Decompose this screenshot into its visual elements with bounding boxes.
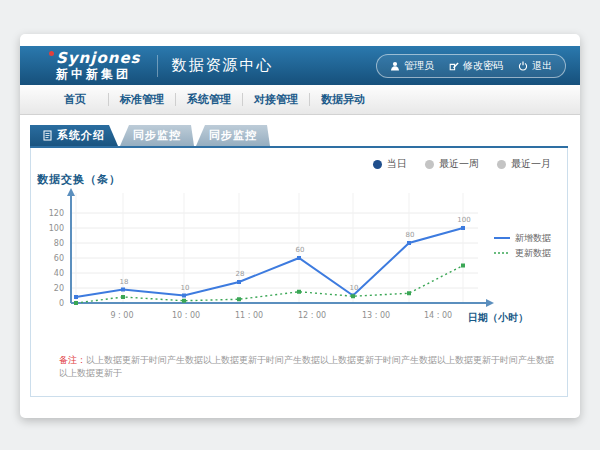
logout-label: 退出 <box>532 59 552 73</box>
logo-red-dot-icon <box>49 51 54 56</box>
app-title: 数据资源中心 <box>172 56 274 75</box>
admin-user-label: 管理员 <box>404 59 434 73</box>
svg-text:更新数据: 更新数据 <box>515 248 551 258</box>
svg-text:新增数据: 新增数据 <box>515 233 551 243</box>
svg-text:0: 0 <box>59 299 64 308</box>
user-actions: 管理员 修改密码 退出 <box>376 54 566 78</box>
nav-item-standard-mgmt[interactable]: 标准管理 <box>109 92 175 107</box>
brand-logo: Synjones 新中新集团 <box>56 51 141 80</box>
logout-button[interactable]: 退出 <box>518 59 552 73</box>
nav-item-home[interactable]: 首页 <box>42 92 108 107</box>
tab-sync-monitor-2[interactable]: 同步监控 <box>196 125 270 146</box>
nav-item-interface-mgmt[interactable]: 对接管理 <box>243 92 309 107</box>
svg-text:12 : 00: 12 : 00 <box>298 311 326 320</box>
nav-item-system-mgmt[interactable]: 系统管理 <box>176 92 242 107</box>
header-divider <box>157 55 158 77</box>
content-panel: 当日 最近一周 最近一月 数据交换（条） 0204060801001209 : … <box>30 148 568 397</box>
footnote: 备注：以上数据更新于时间产生数据以上数据更新于时间产生数据以上数据更新于时间产生… <box>59 354 559 379</box>
svg-text:40: 40 <box>54 269 64 278</box>
tab-label: 同步监控 <box>209 128 257 143</box>
svg-text:10: 10 <box>350 284 359 292</box>
nav-item-data-change[interactable]: 数据异动 <box>310 92 376 107</box>
app-header: Synjones 新中新集团 数据资源中心 管理员 修改密码 <box>20 46 580 85</box>
change-password-label: 修改密码 <box>463 59 503 73</box>
footnote-text: 以上数据更新于时间产生数据以上数据更新于时间产生数据以上数据更新于时间产生数据以… <box>59 355 554 378</box>
svg-text:13 : 00: 13 : 00 <box>362 311 390 320</box>
svg-text:9 : 00: 9 : 00 <box>110 311 133 320</box>
logout-icon <box>518 61 528 71</box>
svg-text:60: 60 <box>296 246 305 254</box>
svg-text:28: 28 <box>236 270 245 278</box>
tab-sync-monitor-1[interactable]: 同步监控 <box>120 125 194 146</box>
main-nav: 首页 标准管理 系统管理 对接管理 数据异动 <box>20 85 580 115</box>
svg-text:60: 60 <box>54 254 64 263</box>
line-chart: 0204060801001209 : 0010 : 0011 : 0012 : … <box>31 148 569 348</box>
user-icon <box>390 61 400 71</box>
svg-text:80: 80 <box>54 239 64 248</box>
svg-text:20: 20 <box>54 284 64 293</box>
tab-system-intro[interactable]: 系统介绍 <box>30 125 118 146</box>
change-password-button[interactable]: 修改密码 <box>449 59 503 73</box>
admin-user-button[interactable]: 管理员 <box>390 59 434 73</box>
svg-text:100: 100 <box>457 216 470 224</box>
edit-icon <box>449 61 459 71</box>
svg-text:10 : 00: 10 : 00 <box>172 311 200 320</box>
svg-text:日期（小时）: 日期（小时） <box>468 312 528 323</box>
tab-label: 系统介绍 <box>57 128 105 143</box>
logo-text: Synjones <box>56 51 141 66</box>
tab-bar: 系统介绍 同步监控 同步监控 <box>30 125 270 146</box>
svg-text:120: 120 <box>49 209 64 218</box>
svg-text:11 : 00: 11 : 00 <box>235 311 263 320</box>
svg-text:100: 100 <box>49 224 64 233</box>
svg-text:18: 18 <box>120 278 129 286</box>
app-window: Synjones 新中新集团 数据资源中心 管理员 修改密码 <box>20 34 580 418</box>
document-icon <box>43 130 52 141</box>
tab-label: 同步监控 <box>133 128 181 143</box>
logo-subtext: 新中新集团 <box>56 68 141 80</box>
footnote-prefix: 备注： <box>59 355 86 365</box>
svg-text:80: 80 <box>406 231 415 239</box>
svg-text:14 : 00: 14 : 00 <box>424 311 452 320</box>
svg-text:10: 10 <box>181 284 190 292</box>
